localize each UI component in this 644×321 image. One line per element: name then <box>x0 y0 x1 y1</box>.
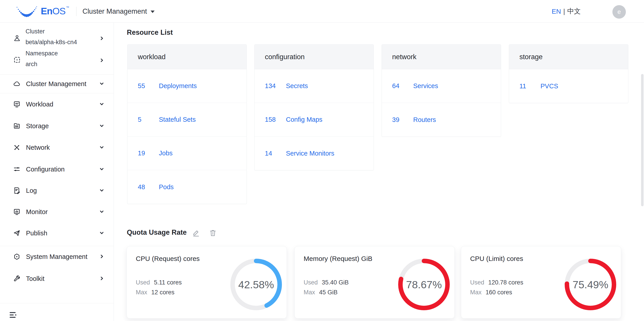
namespace-selector[interactable]: Namespace arch <box>0 49 114 72</box>
cluster-selector[interactable]: Cluster beta/alpha-k8s-cn4 <box>0 27 114 50</box>
sidebar-item-label: Configuration <box>26 166 65 173</box>
caret-down-icon <box>150 10 154 13</box>
resource-link[interactable]: Routers <box>413 116 436 124</box>
resource-row-pvcs[interactable]: 11 PVCS <box>509 69 628 103</box>
resource-count[interactable]: 39 <box>382 116 413 124</box>
cluster-icon <box>13 34 21 42</box>
chevron-right-icon <box>98 253 105 260</box>
used-value: 120.78 cores <box>488 279 523 286</box>
chevron-down-icon <box>98 144 105 151</box>
resource-count[interactable]: 134 <box>254 82 286 90</box>
resource-link[interactable]: Config Maps <box>286 116 322 123</box>
quota-card-cpu-request: CPU (Request) cores Used 5.11 cores Max … <box>126 246 287 318</box>
usage-donut-chart: 75.49% <box>562 256 619 313</box>
sidebar-item-label: Log <box>26 187 37 194</box>
resource-count[interactable]: 19 <box>128 150 159 157</box>
max-value: 12 cores <box>151 289 174 296</box>
resource-group-network: network 64 Services 39 Routers <box>382 44 501 137</box>
resource-link[interactable]: Service Monitors <box>286 150 334 157</box>
resource-row-services[interactable]: 64 Services <box>382 69 501 103</box>
usage-percent: 78.67% <box>396 256 452 313</box>
monitor-icon <box>13 208 20 216</box>
sidebar-collapse-button[interactable] <box>8 310 19 320</box>
main-content: Resource List workload 55 Deployments 5 … <box>114 23 644 321</box>
storage-icon <box>13 122 20 130</box>
chevron-down-icon <box>98 208 105 215</box>
namespace-label: Namespace <box>26 50 58 57</box>
sidebar-item-cluster-management[interactable]: Cluster Management <box>0 76 114 92</box>
quota-usage-title: Quota Usage Rate <box>127 228 187 236</box>
sidebar-item-publish[interactable]: Publish <box>0 226 114 241</box>
resource-link[interactable]: Secrets <box>286 82 308 90</box>
cluster-value: beta/alpha-k8s-cn4 <box>26 39 77 46</box>
sidebar-item-network[interactable]: Network <box>0 140 114 155</box>
topbar: EnOS ™ Cluster Management EN | 中文 e <box>0 0 644 23</box>
edit-icon[interactable] <box>192 229 200 238</box>
sidebar-item-label: System Management <box>26 253 88 260</box>
lang-zh[interactable]: 中文 <box>567 7 580 16</box>
sidebar-item-toolkit[interactable]: Toolkit <box>0 271 114 286</box>
quota-card-title: Memory (Request) GiB <box>304 255 372 262</box>
resource-count[interactable]: 14 <box>254 150 286 157</box>
system-icon <box>13 253 20 260</box>
chevron-down-icon <box>98 122 105 129</box>
sidebar-item-workload[interactable]: Workload <box>0 96 114 112</box>
quota-card-title: CPU (Limit) cores <box>470 255 523 262</box>
product-switcher-label: Cluster Management <box>82 8 147 16</box>
quota-card-memory-request: Memory (Request) GiB Used 35.40 GiB Max … <box>294 246 455 318</box>
used-label: Used <box>304 279 318 286</box>
usage-percent: 42.58% <box>228 256 284 313</box>
resource-link[interactable]: Deployments <box>159 82 197 90</box>
resource-link[interactable]: Pods <box>159 183 174 191</box>
usage-donut-chart: 78.67% <box>396 256 452 313</box>
chevron-down-icon <box>98 229 105 236</box>
user-avatar[interactable]: e <box>612 5 626 18</box>
resource-count[interactable]: 48 <box>128 183 159 191</box>
resource-row-pods[interactable]: 48 Pods <box>128 170 246 204</box>
sidebar-item-monitor[interactable]: Monitor <box>0 204 114 220</box>
resource-row-jobs[interactable]: 19 Jobs <box>128 136 246 170</box>
lang-en[interactable]: EN <box>552 8 561 15</box>
resource-group-header: configuration <box>254 44 374 69</box>
max-label: Max <box>304 289 315 296</box>
vertical-scrollbar-thumb[interactable] <box>641 74 644 206</box>
resource-count[interactable]: 5 <box>128 116 159 123</box>
resource-count[interactable]: 11 <box>509 82 540 90</box>
sidebar-item-storage[interactable]: Storage <box>0 118 114 134</box>
resource-count[interactable]: 55 <box>128 82 159 90</box>
chevron-right-icon <box>98 35 105 42</box>
resource-row-service-monitors[interactable]: 14 Service Monitors <box>254 136 374 170</box>
sidebar-divider <box>0 246 114 246</box>
sidebar-item-label: Toolkit <box>26 275 44 282</box>
resource-link[interactable]: Stateful Sets <box>159 116 196 123</box>
sidebar-item-log[interactable]: Log <box>0 183 114 198</box>
lang-separator: | <box>563 8 565 15</box>
chevron-down-icon <box>98 80 105 87</box>
used-value: 35.40 GiB <box>322 279 349 286</box>
resource-row-config-maps[interactable]: 158 Config Maps <box>254 103 374 136</box>
enos-swoosh-icon <box>16 4 38 18</box>
chevron-down-icon <box>98 100 105 108</box>
chevron-right-icon <box>98 57 105 64</box>
resource-count[interactable]: 158 <box>254 116 286 123</box>
resource-link[interactable]: Jobs <box>159 150 172 157</box>
sidebar-item-configuration[interactable]: Configuration <box>0 162 114 177</box>
resource-link[interactable]: Services <box>413 82 438 90</box>
resource-row-deployments[interactable]: 55 Deployments <box>128 69 246 103</box>
resource-group-header: network <box>382 44 501 69</box>
enos-logo[interactable]: EnOS ™ <box>16 4 69 18</box>
resource-row-stateful-sets[interactable]: 5 Stateful Sets <box>128 103 246 136</box>
resource-link[interactable]: PVCS <box>540 82 558 90</box>
resource-row-secrets[interactable]: 134 Secrets <box>254 69 374 103</box>
usage-percent: 75.49% <box>562 256 619 313</box>
enos-logo-text: EnOS <box>41 4 66 18</box>
chevron-right-icon <box>98 275 105 282</box>
sidebar-item-system-management[interactable]: System Management <box>0 249 114 264</box>
resource-count[interactable]: 64 <box>382 82 413 90</box>
sidebar-item-label: Workload <box>26 101 53 108</box>
delete-icon[interactable] <box>209 229 217 238</box>
sidebar-divider <box>0 303 114 303</box>
resource-group-storage: storage 11 PVCS <box>509 44 628 103</box>
product-switcher[interactable]: Cluster Management <box>82 0 154 23</box>
resource-row-routers[interactable]: 39 Routers <box>382 103 501 136</box>
